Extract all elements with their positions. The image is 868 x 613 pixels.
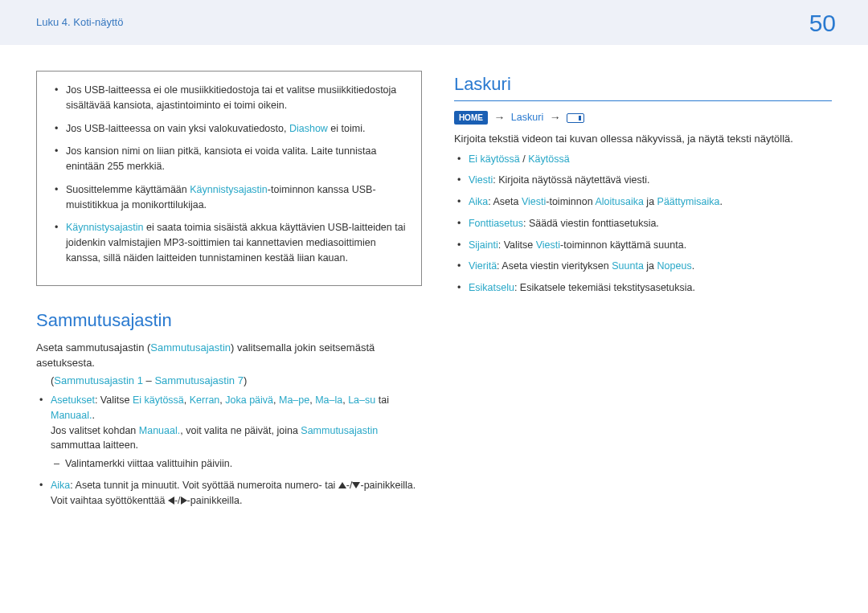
note-item: Jos USB-laitteessa ei ole musiikkitiedos…: [51, 83, 407, 113]
section-laskuri-title: Laskuri: [454, 71, 832, 101]
left-column: Jos USB-laitteessa ei ole musiikkitiedos…: [36, 71, 422, 514]
label-fonttiasetus: Fonttiasetus: [469, 218, 523, 229]
list-item: Vieritä: Aseta viestin vierityksen Suunt…: [454, 259, 832, 274]
triangle-down-icon: [352, 482, 360, 488]
label-vierita: Vieritä: [469, 260, 497, 272]
text: -/: [174, 495, 181, 506]
label-esikatselu: Esikatselu: [469, 282, 514, 293]
triangle-left-icon: [168, 497, 174, 505]
list-item: Viesti: Kirjoita näytössä näytettävä vie…: [454, 173, 832, 188]
text: -/: [346, 480, 353, 491]
term-viesti: Viesti: [536, 239, 560, 251]
opt: Kerran: [190, 394, 220, 406]
text: ja: [644, 196, 657, 207]
note-text: Jos USB-laitteessa ei ole musiikkitiedos…: [66, 84, 396, 111]
triangle-right-icon: [181, 497, 187, 505]
text: /: [520, 153, 528, 165]
opt-off: Ei käytössä: [469, 153, 520, 165]
label-sijainti: Sijainti: [469, 239, 498, 251]
term-nopeus: Nopeus: [657, 260, 692, 272]
list-item: Aika: Aseta Viesti-toiminnon Aloitusaika…: [454, 194, 832, 210]
home-badge-icon: HOME: [454, 111, 488, 125]
section-off-timer-title: Sammutusajastin: [36, 307, 422, 333]
arrow-right-icon: →: [550, 109, 561, 126]
text: -painikkeilla.: [187, 495, 243, 506]
off-timer-intro: Aseta sammutusajastin (Sammutusajastin) …: [36, 340, 422, 371]
sep: ,: [184, 394, 190, 406]
term-on-timer: Käynnistysajastin: [190, 184, 268, 195]
page-content: Jos USB-laitteessa ei ole musiikkitiedos…: [0, 45, 868, 514]
note-text: Suosittelemme käyttämään: [66, 184, 190, 195]
text: -toiminnon: [546, 196, 595, 207]
note-text: Jos kansion nimi on liian pitkä, kansiot…: [66, 145, 376, 172]
term-off-timer-1: Sammutusajastin 1: [54, 374, 143, 386]
term-suunta: Suunta: [612, 260, 644, 272]
term-off-timer-7: Sammutusajastin 7: [154, 374, 244, 386]
text: Aseta sammutusajastin (: [36, 341, 150, 353]
text: : Aseta: [488, 196, 522, 207]
dash-item: Valintamerkki viittaa valittuihin päivii…: [51, 456, 422, 472]
term-aloitusaika: Aloitusaika: [595, 196, 643, 207]
term-diashow: Diashow: [289, 123, 328, 134]
list-item: Sijainti: Valitse Viesti-toiminnon käytt…: [454, 238, 832, 253]
triangle-up-icon: [338, 482, 346, 488]
text: –: [143, 374, 154, 386]
setting-item-asetukset: Asetukset: Valitse Ei käytössä, Kerran, …: [36, 393, 422, 472]
breadcrumb-label: Laskuri: [511, 112, 543, 123]
term-paattymisaika: Päättymisaika: [657, 196, 720, 207]
label-aika: Aika: [51, 480, 70, 491]
label-aika: Aika: [469, 196, 488, 207]
text: : Valitse: [95, 394, 133, 406]
text: : Valitse: [498, 239, 536, 251]
text: : Aseta viestin vierityksen: [497, 260, 612, 272]
arrow-right-icon: →: [493, 109, 505, 126]
note-item: Jos kansion nimi on liian pitkä, kansiot…: [51, 144, 407, 174]
text: .: [692, 260, 694, 272]
laskuri-intro: Kirjoita tekstiä videon tai kuvan olless…: [454, 131, 832, 147]
note-item: Suosittelemme käyttämään Käynnistysajast…: [51, 182, 407, 213]
text: : Kirjoita näytössä näytettävä viesti.: [493, 174, 649, 186]
text: : Aseta tunnit ja minuutit. Voit syöttää…: [70, 480, 338, 491]
opt-manual: Manuaal.: [139, 425, 180, 436]
opt: Ei käytössä: [133, 394, 184, 406]
text: ): [244, 374, 247, 386]
label-asetukset: Asetukset: [51, 394, 95, 406]
text: .: [92, 410, 94, 421]
text: sammuttaa laitteen.: [51, 439, 138, 451]
opt: Manuaal.: [51, 410, 92, 421]
opt: Joka päivä: [225, 394, 273, 406]
note-text: ei toimi.: [328, 123, 366, 134]
enter-icon: [567, 113, 584, 123]
text: tai: [375, 394, 389, 406]
note-text: Jos USB-laitteessa on vain yksi valokuva…: [66, 123, 289, 134]
opt: Ma–pe: [279, 394, 309, 406]
chapter-title: Luku 4. Koti-näyttö: [36, 14, 123, 31]
label-viesti: Viesti: [469, 174, 493, 186]
usb-notes-box: Jos USB-laitteessa ei ole musiikkitiedos…: [36, 71, 422, 286]
term-off-timer: Sammutusajastin: [150, 341, 231, 353]
text: Valintamerkki viittaa valittuihin päivii…: [65, 458, 232, 469]
term-on-timer: Käynnistysajastin: [66, 222, 144, 233]
text: Jos valitset kohdan: [51, 425, 139, 436]
setting-item-aika: Aika: Aseta tunnit ja minuutit. Voit syö…: [36, 478, 422, 509]
text: .: [719, 196, 722, 207]
list-item: Ei käytössä / Käytössä: [454, 152, 832, 167]
note-item: Jos USB-laitteessa on vain yksi valokuva…: [51, 121, 407, 137]
text: -toiminnon käyttämä suunta.: [560, 239, 686, 251]
opt: La–su: [348, 394, 375, 406]
text: , voit valita ne päivät, joina: [180, 425, 301, 436]
text: : Esikatsele tekemiäsi tekstitysasetuksi…: [514, 282, 695, 293]
opt: Ma–la: [315, 394, 342, 406]
term-viesti: Viesti: [522, 196, 546, 207]
list-item: Esikatselu: Esikatsele tekemiäsi tekstit…: [454, 280, 832, 296]
list-item: Fonttiasetus: Säädä viestin fonttiasetuk…: [454, 216, 832, 231]
note-item: Käynnistysajastin ei saata toimia sisäis…: [51, 220, 407, 265]
term-off-timer: Sammutusajastin: [301, 425, 378, 436]
page-number: 50: [809, 5, 836, 41]
sep: ,: [273, 394, 279, 406]
page-header: Luku 4. Koti-näyttö 50: [0, 0, 868, 45]
right-column: Laskuri HOME → Laskuri → Kirjoita teksti…: [454, 71, 832, 514]
off-timer-range: (Sammutusajastin 1 – Sammutusajastin 7): [36, 373, 422, 389]
breadcrumb: HOME → Laskuri →: [454, 109, 832, 126]
text: ja: [644, 260, 657, 272]
